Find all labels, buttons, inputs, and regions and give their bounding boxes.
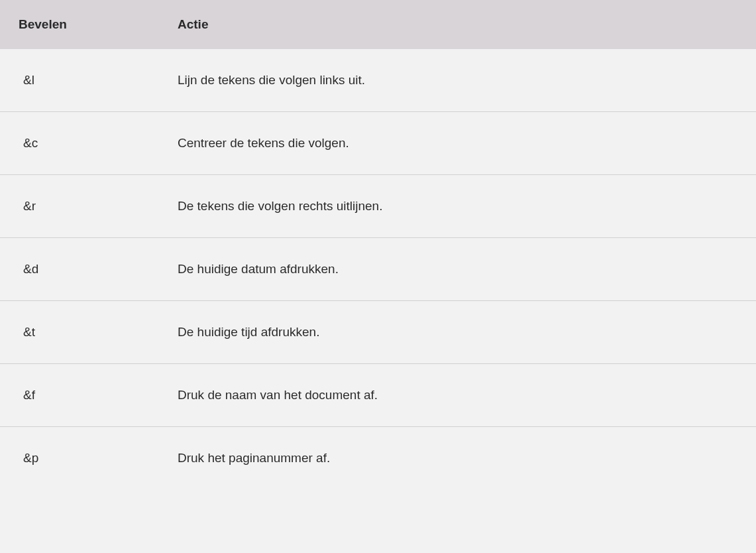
cell-action: Druk de naam van het document af.: [159, 364, 756, 426]
cell-command: &r: [0, 175, 159, 237]
cell-command: &d: [0, 238, 159, 300]
column-header-command: Bevelen: [0, 0, 159, 49]
column-header-action: Actie: [159, 0, 756, 49]
cell-action: De huidige datum afdrukken.: [159, 238, 756, 300]
cell-command: &l: [0, 49, 159, 111]
table-row: &f Druk de naam van het document af.: [0, 364, 756, 427]
cell-action: De tekens die volgen rechts uitlijnen.: [159, 175, 756, 237]
cell-action: De huidige tijd afdrukken.: [159, 301, 756, 363]
cell-command: &t: [0, 301, 159, 363]
commands-table: Bevelen Actie &l Lijn de tekens die volg…: [0, 0, 756, 489]
cell-command: &c: [0, 112, 159, 174]
table-row: &c Centreer de tekens die volgen.: [0, 112, 756, 175]
table-row: &t De huidige tijd afdrukken.: [0, 301, 756, 364]
cell-action: Centreer de tekens die volgen.: [159, 112, 756, 174]
table-row: &l Lijn de tekens die volgen links uit.: [0, 49, 756, 112]
cell-command: &f: [0, 364, 159, 426]
table-row: &r De tekens die volgen rechts uitlijnen…: [0, 175, 756, 238]
table-row: &p Druk het paginanummer af.: [0, 427, 756, 489]
cell-action: Druk het paginanummer af.: [159, 427, 756, 489]
cell-action: Lijn de tekens die volgen links uit.: [159, 49, 756, 111]
table-header-row: Bevelen Actie: [0, 0, 756, 49]
cell-command: &p: [0, 427, 159, 489]
table-row: &d De huidige datum afdrukken.: [0, 238, 756, 301]
